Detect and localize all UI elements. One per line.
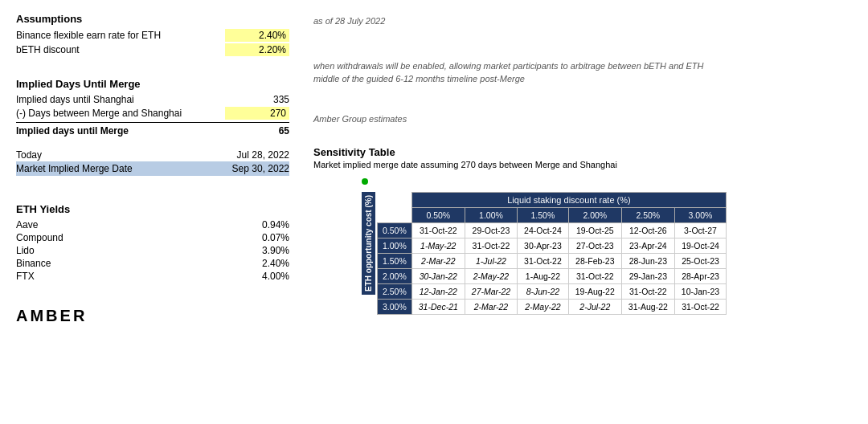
left-panel: Assumptions Binance flexible earn rate f… (16, 13, 289, 411)
cell-3-4: 28-Feb-23 (568, 254, 621, 269)
cell-6-4: 2-Jul-22 (568, 300, 621, 315)
note-withdrawals-2: middle of the guided 6-12 months timelin… (313, 74, 852, 84)
col-header-2: 1.00% (465, 208, 517, 223)
assumption-row-1: Binance flexible earn rate for ETH 2.40% (16, 28, 289, 43)
row-header-2: 1.00% (378, 238, 412, 254)
row-header-1: 0.50% (378, 223, 412, 238)
cell-1-5: 12-Oct-26 (621, 223, 674, 238)
cell-2-6: 19-Oct-24 (674, 238, 726, 254)
table-row: 3.00% 31-Dec-21 2-Mar-22 2-May-22 2-Jul-… (378, 300, 727, 315)
cell-4-2: 2-May-22 (465, 269, 517, 284)
sensitivity-table: Liquid staking discount rate (%) 0.50% 1… (377, 192, 727, 315)
cell-3-1: 2-Mar-22 (411, 254, 465, 269)
today-value: Jul 28, 2022 (225, 149, 289, 161)
cell-1-3: 24-Oct-24 (518, 223, 569, 238)
assumption-label-2: bETH discount (16, 44, 225, 55)
yield-label-aave: Aave (16, 219, 225, 230)
cell-5-5: 31-Oct-22 (621, 284, 674, 300)
cell-6-6: 31-Oct-22 (674, 300, 726, 315)
cell-3-6: 25-Oct-23 (674, 254, 726, 269)
cell-4-3: 1-Aug-22 (518, 269, 569, 284)
cell-6-2: 2-Mar-22 (465, 300, 517, 315)
yield-value-lido: 3.90% (225, 245, 289, 256)
assumption-value-1: 2.40% (225, 29, 289, 42)
note-amber-estimates: Amber Group estimates (313, 114, 852, 124)
implied-title: Implied Days Until Merge (16, 78, 289, 90)
cell-2-3: 30-Apr-23 (518, 238, 569, 254)
yield-row-lido: Lido 3.90% (16, 244, 289, 257)
cell-4-5: 29-Jan-23 (621, 269, 674, 284)
cell-1-1: 31-Oct-22 (411, 223, 465, 238)
row-header-5: 2.50% (378, 284, 412, 300)
merge-date-row: Market Implied Merge Date Sep 30, 2022 (16, 161, 289, 176)
table-row: 2.00% 30-Jan-22 2-May-22 1-Aug-22 31-Oct… (378, 269, 727, 284)
cell-4-4: 31-Oct-22 (568, 269, 621, 284)
implied-value-2: 270 (225, 107, 289, 120)
implied-value-1: 335 (225, 94, 289, 105)
note-withdrawals-1: when withdrawals will be enabled, allowi… (313, 61, 852, 71)
cell-2-2: 31-Oct-22 (465, 238, 517, 254)
table-row: 1.00% 1-May-22 31-Oct-22 30-Apr-23 27-Oc… (378, 238, 727, 254)
col-header-1: 0.50% (411, 208, 465, 223)
cell-5-2: 27-Mar-22 (465, 284, 517, 300)
yield-row-aave: Aave 0.94% (16, 218, 289, 231)
yield-value-binance: 2.40% (225, 258, 289, 269)
implied-label-3: Implied days until Merge (16, 125, 225, 137)
merge-date-value: Sep 30, 2022 (225, 163, 289, 174)
green-dot-indicator (362, 178, 368, 185)
sensitivity-title: Sensitivity Table (313, 146, 852, 158)
cell-1-2: 29-Oct-23 (465, 223, 517, 238)
cell-6-1: 31-Dec-21 (411, 300, 465, 315)
today-label: Today (16, 149, 225, 161)
assumption-label-1: Binance flexible earn rate for ETH (16, 30, 225, 41)
cell-1-6: 3-Oct-27 (674, 223, 726, 238)
implied-row-3: Implied days until Merge 65 (16, 124, 289, 137)
yield-value-ftx: 4.00% (225, 271, 289, 282)
today-row: Today Jul 28, 2022 (16, 149, 289, 161)
cell-5-3: 8-Jun-22 (518, 284, 569, 300)
table-row: 1.50% 2-Mar-22 1-Jul-22 31-Oct-22 28-Feb… (378, 254, 727, 269)
liquid-header: Liquid staking discount rate (%) (411, 193, 726, 208)
table-row: 2.50% 12-Jan-22 27-Mar-22 8-Jun-22 19-Au… (378, 284, 727, 300)
cell-2-5: 23-Apr-24 (621, 238, 674, 254)
implied-row-1: Implied days until Shanghai 335 (16, 93, 289, 106)
col-header-3: 1.50% (518, 208, 569, 223)
implied-row-2: (-) Days between Merge and Shanghai 270 (16, 106, 289, 120)
cell-6-5: 31-Aug-22 (621, 300, 674, 315)
cell-5-6: 10-Jan-23 (674, 284, 726, 300)
yield-row-binance: Binance 2.40% (16, 257, 289, 270)
assumption-value-2: 2.20% (225, 43, 289, 56)
note-as-of: as of 28 July 2022 (313, 16, 852, 26)
col-header-6: 3.00% (674, 208, 726, 223)
cell-5-1: 12-Jan-22 (411, 284, 465, 300)
implied-label-1: Implied days until Shanghai (16, 94, 225, 105)
cell-1-4: 19-Oct-25 (568, 223, 621, 238)
yield-label-lido: Lido (16, 245, 225, 256)
yield-value-aave: 0.94% (225, 219, 289, 230)
cell-3-3: 31-Oct-22 (518, 254, 569, 269)
cell-3-2: 1-Jul-22 (465, 254, 517, 269)
eth-opportunity-cost-axis: ETH opportunity cost (%) (362, 192, 375, 295)
yield-label-compound: Compound (16, 232, 225, 243)
col-header-5: 2.50% (621, 208, 674, 223)
cell-3-5: 28-Jun-23 (621, 254, 674, 269)
implied-label-2: (-) Days between Merge and Shanghai (16, 108, 225, 119)
right-panel: as of 28 July 2022 when withdrawals will… (313, 13, 852, 411)
yield-row-ftx: FTX 4.00% (16, 270, 289, 283)
cell-6-3: 2-May-22 (518, 300, 569, 315)
sensitivity-subtitle: Market implied merge date assuming 270 d… (313, 160, 852, 169)
table-row: 0.50% 31-Oct-22 29-Oct-23 24-Oct-24 19-O… (378, 223, 727, 238)
assumption-row-2: bETH discount 2.20% (16, 43, 289, 57)
cell-4-1: 30-Jan-22 (411, 269, 465, 284)
col-header-4: 2.00% (568, 208, 621, 223)
implied-value-3: 65 (225, 125, 289, 137)
amber-logo: AMBER (16, 307, 87, 324)
eth-yields-title: ETH Yields (16, 203, 289, 215)
yield-label-binance: Binance (16, 258, 225, 269)
cell-2-4: 27-Oct-23 (568, 238, 621, 254)
merge-date-label: Market Implied Merge Date (16, 163, 225, 174)
cell-4-6: 28-Apr-23 (674, 269, 726, 284)
sensitivity-table-wrapper: ETH opportunity cost (%) Liquid staking … (313, 192, 852, 315)
yield-row-compound: Compound 0.07% (16, 231, 289, 244)
cell-2-1: 1-May-22 (411, 238, 465, 254)
